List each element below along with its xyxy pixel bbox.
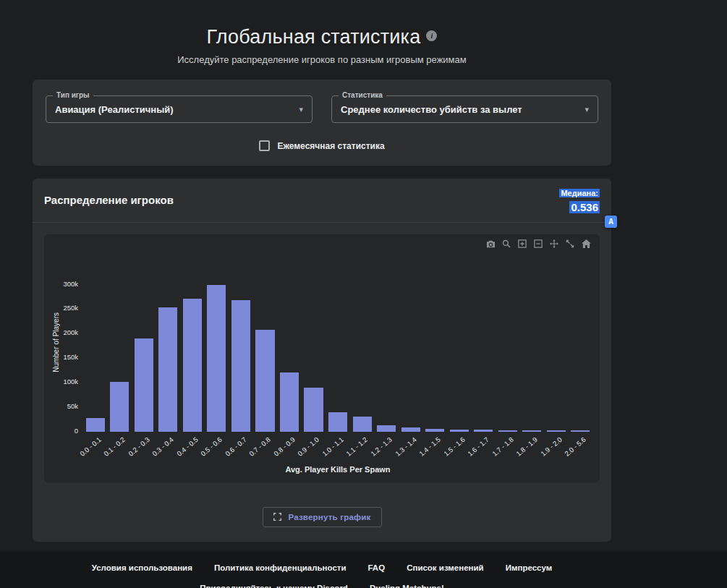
x-tick: 2.0 - 5.6 (569, 432, 593, 465)
bar-slot (180, 253, 205, 432)
filters-card: Тип игры Авиация (Реалистичный) ▾ Статис… (33, 80, 611, 166)
bar-slot (447, 253, 472, 432)
x-axis-title: Avg. Player Kills Per Spawn (50, 465, 592, 474)
x-axis-labels: 0.0 - 0.10.1 - 0.20.2 - 0.30.3 - 0.40.4 … (83, 432, 592, 465)
x-tick: 1.6 - 1.7 (472, 432, 496, 465)
footer-link-impressum[interactable]: Импрессум (506, 563, 553, 572)
statistic-select[interactable]: Статистика Среднее количество убийств за… (331, 95, 598, 123)
game-type-label: Тип игры (53, 91, 93, 99)
info-icon[interactable]: i (426, 30, 437, 41)
chart-modebar (485, 239, 591, 249)
x-tick: 0.2 - 0.3 (132, 432, 156, 465)
page-title: Глобальная статистика (207, 26, 421, 48)
x-tick: 1.5 - 1.6 (447, 432, 472, 465)
bar-slot (302, 253, 326, 432)
bars-region (83, 253, 592, 432)
footer-link-privacy[interactable]: Политика конфиденциальности (214, 563, 347, 572)
bar-slot (108, 253, 132, 432)
plot-body: Number of Players 050k100k150k200k250k30… (50, 253, 592, 465)
bar-slot (83, 253, 108, 432)
bar (255, 330, 274, 432)
chevron-down-icon: ▾ (584, 105, 589, 114)
bar-slot (422, 253, 447, 432)
x-tick: 1.1 - 1.2 (350, 432, 375, 465)
bar (86, 418, 105, 431)
footer-link-changelog[interactable]: Список изменений (407, 563, 484, 572)
footer-link-terms[interactable]: Условия использования (92, 563, 192, 572)
bar-slot (205, 253, 229, 432)
page-subtitle: Исследуйте распределение игроков по разн… (33, 54, 611, 65)
footer-link-discord[interactable]: Присоединяйтесь к нашему Discord (200, 584, 348, 588)
y-tick-label: 150k (63, 353, 78, 361)
bar-slot (472, 253, 496, 432)
x-tick: 0.0 - 0.1 (83, 432, 108, 465)
y-axis: Number of Players 050k100k150k200k250k30… (50, 253, 83, 432)
footer-links-row-2: Присоединяйтесь к нашему Discord Dueling… (33, 584, 611, 588)
plot-area: 0.0 - 0.10.1 - 0.20.2 - 0.30.3 - 0.40.4 … (83, 253, 592, 465)
autoscale-icon[interactable] (565, 239, 575, 249)
monthly-stats-row: Ежемесячная статистика (46, 140, 598, 151)
bar-slot (156, 253, 181, 432)
zoom-in-icon[interactable] (517, 239, 527, 249)
x-tick: 0.9 - 1.0 (302, 432, 326, 465)
x-tick: 1.3 - 1.4 (399, 432, 423, 465)
bar (353, 417, 372, 432)
x-tick: 1.0 - 1.1 (326, 432, 350, 465)
home-icon[interactable] (581, 239, 591, 249)
y-tick-label: 250k (63, 304, 78, 312)
statistic-value: Среднее количество убийств за вылет (341, 104, 579, 115)
bar-slot (569, 253, 593, 432)
bar (328, 412, 347, 431)
footer-link-dueling-matchups[interactable]: Dueling Matchups! (370, 584, 444, 588)
bar-slot (253, 253, 278, 432)
game-type-select[interactable]: Тип игры Авиация (Реалистичный) ▾ (46, 95, 313, 123)
bar (135, 338, 153, 432)
bar-slot (496, 253, 520, 432)
monthly-stats-checkbox[interactable] (259, 140, 270, 151)
x-tick: 1.2 - 1.3 (374, 432, 399, 465)
chart-plot: Number of Players 050k100k150k200k250k30… (44, 234, 600, 482)
median-value: 0.536 (569, 201, 600, 213)
chart-card-title: Распределение игроков (44, 194, 174, 206)
x-tick: 0.1 - 0.2 (108, 432, 132, 465)
y-tick-label: 0 (75, 427, 78, 435)
camera-icon[interactable] (485, 239, 496, 249)
bar (304, 388, 323, 432)
monthly-stats-label: Ежемесячная статистика (277, 141, 384, 151)
bar-slot (399, 253, 423, 432)
median-block: Медиана: 0.536 (559, 185, 600, 216)
x-tick: 1.8 - 1.9 (520, 432, 545, 465)
expand-row: Развернуть график (33, 494, 611, 542)
x-tick: 1.7 - 1.8 (496, 432, 520, 465)
bar-slot (350, 253, 375, 432)
bar-slot (326, 253, 350, 432)
zoom-icon[interactable] (501, 239, 511, 249)
bar (377, 425, 396, 431)
footer: Условия использования Политика конфиденц… (0, 551, 727, 588)
translate-icon[interactable]: A (605, 216, 617, 228)
bar (158, 307, 177, 431)
bar-slot (277, 253, 302, 432)
pan-icon[interactable] (549, 239, 559, 249)
y-tick-label: 100k (63, 378, 78, 385)
median-label: Медиана: (559, 189, 600, 197)
expand-icon (273, 513, 281, 521)
expand-chart-button[interactable]: Развернуть график (263, 507, 382, 527)
expand-button-label: Развернуть график (289, 513, 371, 521)
chart-card: Распределение игроков Медиана: 0.536 A (33, 179, 611, 542)
x-tick: 0.6 - 0.7 (229, 432, 253, 465)
footer-links-row-1: Условия использования Политика конфиденц… (33, 563, 611, 572)
content-container: Глобальная статистикаi Исследуйте распре… (33, 0, 611, 542)
footer-link-faq[interactable]: FAQ (367, 563, 385, 572)
zoom-out-icon[interactable] (533, 239, 543, 249)
x-tick: 1.4 - 1.5 (422, 432, 447, 465)
x-tick: 0.7 - 0.8 (253, 432, 278, 465)
x-tick: 0.3 - 0.4 (156, 432, 181, 465)
chevron-down-icon: ▾ (299, 105, 303, 114)
bar-slot (229, 253, 253, 432)
bar (280, 372, 299, 432)
bar (110, 382, 129, 431)
chart-card-header: Распределение игроков Медиана: 0.536 (33, 179, 611, 223)
game-type-value: Авиация (Реалистичный) (55, 104, 293, 115)
x-tick: 0.5 - 0.6 (205, 432, 229, 465)
